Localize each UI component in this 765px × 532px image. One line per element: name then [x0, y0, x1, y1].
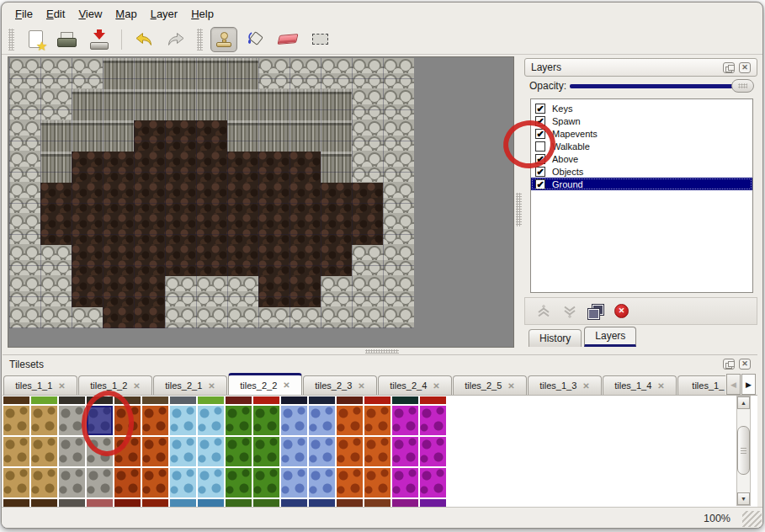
tileset-tab-tiles_1_1[interactable]: tiles_1_1✕ [3, 375, 77, 395]
rock-tile[interactable] [40, 89, 72, 120]
float-panel-icon[interactable] [723, 359, 735, 370]
close-panel-icon[interactable]: ✕ [739, 62, 751, 73]
palette-tile[interactable] [392, 406, 418, 435]
palette-scrollbar[interactable]: ▲ ▼ [736, 396, 751, 506]
palette-tile[interactable] [392, 396, 418, 404]
rock-tile[interactable] [290, 307, 321, 328]
palette-tile[interactable] [142, 406, 168, 435]
floor-tile[interactable] [321, 214, 352, 245]
splitter-grip[interactable] [365, 349, 399, 354]
palette-tile[interactable] [3, 468, 29, 497]
floor-tile[interactable] [258, 214, 290, 245]
palette-tile[interactable] [87, 396, 113, 404]
palette-tile[interactable] [281, 396, 307, 404]
menu-item-file[interactable]: File [8, 5, 40, 23]
tab-close-icon[interactable]: ✕ [657, 381, 664, 391]
palette-tile[interactable] [170, 468, 196, 497]
floor-tile[interactable] [290, 245, 321, 276]
rock-tile[interactable] [383, 120, 414, 152]
tileset-tab-tiles_2_2[interactable]: tiles_2_2✕ [228, 373, 302, 395]
rock-tile[interactable] [72, 58, 103, 89]
tileset-tab-tiles_1_[interactable]: tiles_1_✕ [677, 375, 725, 395]
rock-tile[interactable] [290, 58, 321, 89]
rock-tile[interactable] [9, 120, 40, 152]
palette-tile[interactable] [226, 468, 252, 497]
palette-tile[interactable] [337, 396, 363, 404]
palette-tile[interactable] [337, 468, 363, 497]
rock-tile[interactable] [40, 307, 72, 328]
palette-tile[interactable] [198, 468, 224, 497]
cliff-tile[interactable] [258, 89, 290, 120]
floor-tile[interactable] [196, 152, 227, 183]
cliff-tile[interactable] [196, 89, 227, 120]
cliff-tile[interactable] [227, 89, 258, 120]
palette-tile[interactable] [309, 396, 335, 404]
scrollbar-thumb[interactable] [737, 426, 750, 475]
palette-tile-selected[interactable] [87, 406, 113, 435]
layer-visibility-checkbox[interactable]: ✔ [535, 179, 545, 189]
floor-tile[interactable] [72, 245, 103, 276]
palette-tile[interactable] [198, 406, 224, 435]
cliff-tile[interactable] [290, 89, 321, 120]
palette-tile[interactable] [198, 396, 224, 404]
rock-tile[interactable] [352, 58, 383, 89]
cliff-tile[interactable] [103, 89, 134, 120]
rock-tile[interactable] [40, 245, 72, 276]
rock-tile[interactable] [9, 307, 40, 328]
rock-tile[interactable] [9, 245, 40, 276]
map-viewport[interactable] [8, 56, 514, 348]
rock-tile[interactable] [383, 58, 414, 89]
tab-close-icon[interactable]: ✕ [208, 381, 215, 391]
open-button[interactable] [54, 27, 81, 52]
map-canvas[interactable] [9, 58, 414, 328]
undo-button[interactable] [130, 27, 157, 52]
palette-tile[interactable] [420, 468, 446, 497]
save-button[interactable] [86, 27, 113, 52]
floor-tile[interactable] [103, 276, 134, 307]
cliff-tile[interactable] [321, 152, 352, 183]
tab-close-icon[interactable]: ✕ [283, 380, 290, 390]
floor-tile[interactable] [103, 214, 134, 245]
rock-tile[interactable] [383, 183, 414, 214]
new-file-button[interactable]: ★ [22, 27, 49, 52]
palette-tile[interactable] [114, 437, 141, 466]
palette-tile[interactable] [253, 396, 279, 404]
palette-tile[interactable] [253, 406, 279, 435]
floor-tile[interactable] [258, 276, 290, 307]
layer-row-walkable[interactable]: Walkable [531, 140, 752, 152]
floor-tile[interactable] [258, 245, 290, 276]
fill-tool-button[interactable] [242, 27, 269, 52]
floor-tile[interactable] [227, 152, 258, 183]
cliff-tile[interactable] [103, 58, 134, 89]
palette-tile[interactable] [420, 437, 446, 466]
floor-tile[interactable] [103, 183, 134, 214]
rock-tile[interactable] [72, 307, 103, 328]
rock-tile[interactable] [321, 276, 352, 307]
stamp-tool-button[interactable] [210, 27, 237, 52]
rock-tile[interactable] [352, 120, 383, 152]
delete-layer-button[interactable]: ✕ [614, 304, 629, 318]
floor-tile[interactable] [165, 152, 196, 183]
cliff-tile[interactable] [165, 89, 196, 120]
palette-tile[interactable] [59, 437, 85, 466]
redo-button[interactable] [162, 27, 189, 52]
tileset-tab-tiles_2_5[interactable]: tiles_2_5✕ [453, 375, 527, 395]
palette-tile[interactable] [59, 468, 85, 497]
layer-visibility-checkbox[interactable]: ✔ [535, 116, 545, 126]
rock-tile[interactable] [196, 307, 227, 328]
scroll-up-button[interactable]: ▲ [737, 396, 750, 409]
cliff-tile[interactable] [40, 120, 72, 152]
cliff-tile[interactable] [40, 152, 72, 183]
floor-tile[interactable] [165, 183, 196, 214]
rock-tile[interactable] [383, 89, 414, 120]
floor-tile[interactable] [196, 120, 227, 152]
rock-tile[interactable] [383, 307, 414, 328]
floor-tile[interactable] [134, 276, 165, 307]
rock-tile[interactable] [352, 276, 383, 307]
raise-layer-button[interactable] [536, 305, 551, 318]
palette-tile[interactable] [114, 468, 141, 497]
palette-tile[interactable] [3, 396, 29, 404]
tab-scroll-left-button[interactable]: ◀ [726, 374, 741, 395]
rock-tile[interactable] [227, 307, 258, 328]
floor-tile[interactable] [165, 245, 196, 276]
